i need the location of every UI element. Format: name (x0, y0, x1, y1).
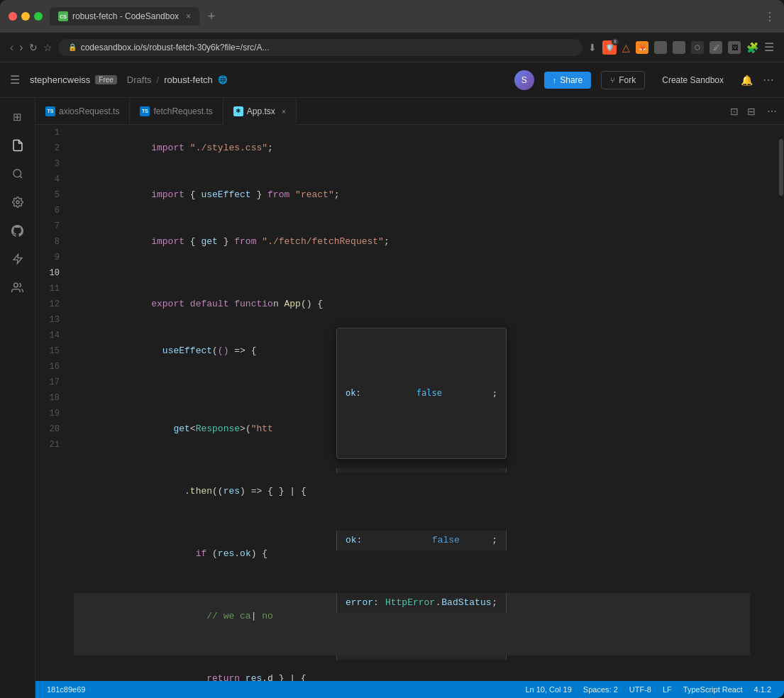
new-tab-button[interactable]: + (202, 7, 221, 26)
status-position[interactable]: Ln 10, Col 19 (519, 685, 577, 694)
close-button[interactable] (9, 12, 17, 21)
back-button[interactable]: › (10, 41, 13, 54)
ext4-icon[interactable]: ⬡ (691, 41, 704, 54)
svg-point-2 (16, 201, 19, 204)
breadcrumb-sandbox-name: robust-fetch (164, 74, 213, 85)
username: stephencweiss (30, 74, 90, 85)
maximize-button[interactable] (34, 12, 43, 21)
status-line-ending[interactable]: LF (657, 685, 678, 694)
ts-lang-badge: TS (45, 106, 55, 116)
browser-menu-icon[interactable]: ⋮ (764, 10, 775, 23)
avatar: S (514, 70, 534, 90)
svg-marker-3 (13, 254, 22, 263)
tab-close-button[interactable]: × (186, 11, 191, 21)
user-section: stephencweiss Free (30, 74, 117, 85)
code-line-4 (74, 265, 750, 281)
svg-point-4 (14, 283, 18, 287)
status-bar: 181c89e69 Ln 10, Col 19 Spaces: 2 UTF-8 … (35, 681, 784, 698)
code-line-9: if (res.ok) { ok: false; (74, 531, 750, 593)
status-spaces[interactable]: Spaces: 2 (578, 685, 624, 694)
app-more-button[interactable]: ⋯ (763, 73, 774, 87)
fork-icon: ⑂ (610, 76, 615, 84)
ts-lang-badge-2: TS (140, 106, 150, 116)
code-content[interactable]: import "./styles.css"; import { useEffec… (68, 125, 778, 681)
ext2-icon[interactable] (654, 41, 667, 54)
sidebar-icon-github[interactable] (6, 218, 30, 243)
tab-app-tsx[interactable]: ⚛ App.tsx × (223, 99, 297, 125)
code-editor[interactable]: 1 2 3 4 5 6 7 8 9 10 11 12 13 14 (35, 125, 784, 681)
react-lang-badge: ⚛ (233, 106, 243, 116)
tab-app-label: App.tsx (247, 106, 275, 116)
line-numbers: 1 2 3 4 5 6 7 8 9 10 11 12 13 14 (35, 125, 68, 681)
tab-fetch-label: fetchRequest.ts (153, 106, 212, 116)
browser-tab[interactable]: CS robust-fetch - CodeSandbox × (50, 7, 199, 26)
tab-fetch-request[interactable]: TS fetchRequest.ts (130, 98, 223, 124)
code-line-5: export default function App() { (74, 281, 750, 328)
breadcrumb: Drafts / robust-fetch 🌐 (127, 74, 228, 85)
fork-button[interactable]: ⑂ Fork (601, 71, 645, 89)
scrollbar-thumb[interactable] (779, 139, 783, 196)
tab-favicon: CS (58, 11, 68, 21)
url-input[interactable]: 🔒 codesandbox.io/s/robust-fetch-30y6k?fi… (58, 39, 583, 56)
url-bar: › › ↻ ☆ 🔒 codesandbox.io/s/robust-fetch-… (0, 33, 784, 62)
breadcrumb-drafts[interactable]: Drafts (127, 74, 152, 85)
ext6-icon[interactable]: 🖼 (728, 41, 741, 54)
scrollbar[interactable] (778, 125, 784, 681)
editor-area: TS axiosRequest.ts TS fetchRequest.ts ⚛ … (35, 98, 784, 698)
code-line-11: return res.d } | { (74, 655, 750, 681)
brave-logo-icon: △ (622, 42, 630, 53)
sidebar-icon-team[interactable] (6, 275, 30, 299)
brave-shield-icon[interactable]: 🛡️8 (602, 40, 617, 55)
sandbox-public-icon: 🌐 (218, 75, 228, 84)
code-line-8: .then((res) => { } | { (74, 468, 750, 531)
minimize-button[interactable] (21, 12, 30, 21)
autocomplete-popup: ok: false; (336, 328, 507, 459)
create-sandbox-button[interactable]: Create Sandbox (655, 72, 731, 89)
ext3-icon[interactable] (673, 41, 685, 54)
tab-title: robust-fetch - CodeSandbox (72, 11, 179, 21)
sidebar-icon-search[interactable] (6, 162, 30, 186)
breadcrumb-separator: / (157, 74, 160, 85)
code-line-2: import { useEffect } from "react"; (74, 172, 750, 218)
sidebar-icon-home[interactable]: ⊞ (6, 105, 30, 129)
sidebar: ⊞ (0, 98, 35, 698)
traffic-lights (9, 12, 43, 21)
status-encoding[interactable]: UTF-8 (624, 685, 657, 694)
code-line-1: import "./styles.css"; (74, 125, 750, 172)
main-content: ⊞ (0, 98, 784, 698)
hamburger-menu[interactable]: ☰ (10, 73, 20, 87)
tab-app-close[interactable]: × (282, 107, 286, 116)
ext5-icon[interactable]: 🖊 (710, 41, 722, 54)
url-text: codesandbox.io/s/robust-fetch-30y6k?file… (81, 43, 270, 52)
code-line-6: useEffect(() => { ok: false; (74, 328, 750, 406)
sidebar-icon-files[interactable] (6, 133, 30, 157)
share-icon: ↑ (553, 76, 557, 84)
reload-button[interactable]: ↻ (29, 42, 38, 53)
app-header: ☰ stephencweiss Free Drafts / robust-fet… (0, 62, 784, 98)
bookmark-button[interactable]: ☆ (43, 42, 53, 53)
code-line-10: // we ca| no error: HttpError.BadStatus; (74, 593, 750, 655)
tab-axios-label: axiosRequest.ts (59, 106, 119, 116)
app: ☰ stephencweiss Free Drafts / robust-fet… (0, 62, 784, 698)
status-commit[interactable]: 181c89e69 (43, 685, 89, 694)
sidebar-icon-deploy[interactable] (6, 247, 30, 271)
tab-more-actions[interactable]: ⋯ (760, 106, 784, 117)
title-bar: CS robust-fetch - CodeSandbox × + ⋮ (0, 0, 784, 33)
svg-point-0 (13, 170, 21, 177)
status-version: 4.1.2 (749, 685, 777, 694)
editor-tab-bar: TS axiosRequest.ts TS fetchRequest.ts ⚛ … (35, 98, 784, 125)
browser-settings-button[interactable]: ☰ (764, 40, 774, 54)
status-language[interactable]: TypeScript React (678, 685, 749, 694)
free-badge: Free (95, 75, 117, 84)
lock-icon: 🔒 (68, 43, 77, 51)
download-icon[interactable]: ⬇ (588, 42, 597, 53)
notifications-button[interactable]: 🔔 (741, 74, 753, 86)
tab-split-vertical[interactable]: ⊡ (726, 106, 743, 117)
share-button[interactable]: ↑ Share (544, 72, 592, 89)
tab-split-horizontal[interactable]: ⊟ (743, 106, 760, 117)
metamask-icon[interactable]: 🦊 (636, 41, 648, 54)
tab-axios-request[interactable]: TS axiosRequest.ts (35, 98, 130, 124)
forward-button[interactable]: › (19, 41, 23, 54)
sidebar-icon-settings[interactable] (6, 190, 30, 214)
extensions-button[interactable]: 🧩 (746, 42, 758, 53)
